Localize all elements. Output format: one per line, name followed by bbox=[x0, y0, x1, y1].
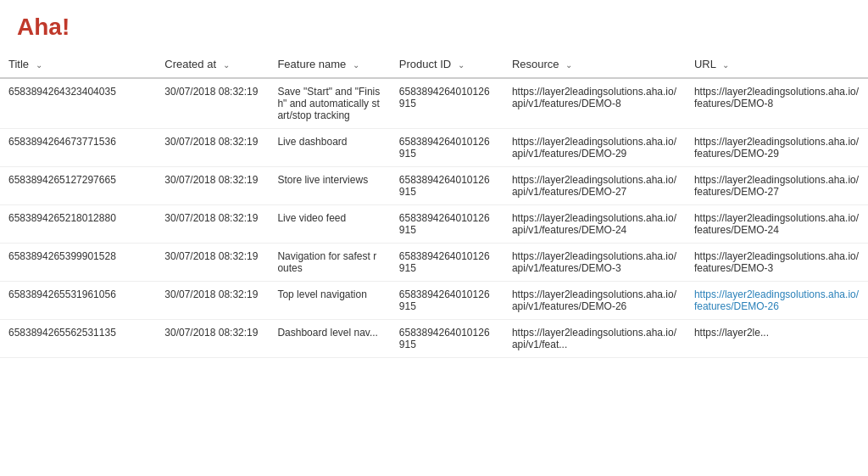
cell-product_id: 6583894264010126915 bbox=[391, 167, 504, 205]
cell-title: 6583894265218012880 bbox=[0, 205, 156, 244]
cell-created_at: 30/07/2018 08:32:19 bbox=[156, 78, 269, 129]
sort-icon-title: ⌄ bbox=[36, 60, 42, 70]
cell-title: 6583894265399901528 bbox=[0, 244, 156, 282]
cell-product_id: 6583894264010126915 bbox=[391, 282, 504, 320]
cell-feature_name: Navigation for safest routes bbox=[269, 244, 390, 282]
table-header-row: Title ⌄ Created at ⌄ Feature name ⌄ Prod… bbox=[0, 51, 868, 78]
cell-resource: https://layer2leadingsolutions.aha.io/ap… bbox=[504, 129, 686, 167]
cell-product_id: 6583894264010126915 bbox=[391, 320, 504, 358]
cell-resource: https://layer2leadingsolutions.aha.io/ap… bbox=[504, 320, 686, 358]
table-row: 658389426556253113530/07/2018 08:32:19Da… bbox=[0, 320, 868, 358]
sort-icon-url: ⌄ bbox=[722, 60, 729, 70]
sort-icon-product: ⌄ bbox=[458, 60, 465, 70]
table-row: 658389426539990152830/07/2018 08:32:19Na… bbox=[0, 244, 868, 282]
cell-created_at: 30/07/2018 08:32:19 bbox=[156, 244, 269, 282]
cell-feature_name: Live video feed bbox=[269, 205, 390, 244]
cell-feature_name: Store live interviews bbox=[269, 167, 390, 205]
cell-resource: https://layer2leadingsolutions.aha.io/ap… bbox=[504, 244, 686, 282]
table-row: 658389426521801288030/07/2018 08:32:19Li… bbox=[0, 205, 868, 244]
cell-created_at: 30/07/2018 08:32:19 bbox=[156, 129, 269, 167]
col-header-resource[interactable]: Resource ⌄ bbox=[504, 51, 686, 78]
table-row: 658389426553196105630/07/2018 08:32:19To… bbox=[0, 282, 868, 320]
cell-url: https://layer2leadingsolutions.aha.io/fe… bbox=[686, 78, 868, 129]
col-header-created[interactable]: Created at ⌄ bbox=[156, 51, 269, 78]
cell-title: 6583894265562531135 bbox=[0, 320, 156, 358]
cell-resource: https://layer2leadingsolutions.aha.io/ap… bbox=[504, 205, 686, 244]
cell-resource: https://layer2leadingsolutions.aha.io/ap… bbox=[504, 78, 686, 129]
cell-title: 6583894264323404035 bbox=[0, 78, 156, 129]
data-table: Title ⌄ Created at ⌄ Feature name ⌄ Prod… bbox=[0, 51, 868, 358]
table-row: 658389426467377153630/07/2018 08:32:19Li… bbox=[0, 129, 868, 167]
cell-created_at: 30/07/2018 08:32:19 bbox=[156, 320, 269, 358]
app-title: Aha! bbox=[0, 0, 868, 51]
cell-resource: https://layer2leadingsolutions.aha.io/ap… bbox=[504, 167, 686, 205]
sort-icon-feature: ⌄ bbox=[353, 60, 359, 70]
cell-created_at: 30/07/2018 08:32:19 bbox=[156, 205, 269, 244]
cell-product_id: 6583894264010126915 bbox=[391, 244, 504, 282]
cell-url: https://layer2leadingsolutions.aha.io/fe… bbox=[686, 129, 868, 167]
cell-title: 6583894265531961056 bbox=[0, 282, 156, 320]
cell-url: https://layer2le... bbox=[686, 320, 868, 358]
cell-title: 6583894265127297665 bbox=[0, 167, 156, 205]
cell-url: https://layer2leadingsolutions.aha.io/fe… bbox=[686, 167, 868, 205]
cell-product_id: 6583894264010126915 bbox=[391, 205, 504, 244]
cell-url[interactable]: https://layer2leadingsolutions.aha.io/fe… bbox=[686, 282, 868, 320]
sort-icon-resource: ⌄ bbox=[565, 60, 572, 70]
table-row: 658389426512729766530/07/2018 08:32:19St… bbox=[0, 167, 868, 205]
col-header-feature[interactable]: Feature name ⌄ bbox=[269, 51, 390, 78]
cell-url: https://layer2leadingsolutions.aha.io/fe… bbox=[686, 205, 868, 244]
col-header-title[interactable]: Title ⌄ bbox=[0, 51, 156, 78]
cell-created_at: 30/07/2018 08:32:19 bbox=[156, 167, 269, 205]
cell-url: https://layer2leadingsolutions.aha.io/fe… bbox=[686, 244, 868, 282]
col-header-url[interactable]: URL ⌄ bbox=[686, 51, 868, 78]
cell-title: 6583894264673771536 bbox=[0, 129, 156, 167]
table-row: 658389426432340403530/07/2018 08:32:19Sa… bbox=[0, 78, 868, 129]
cell-product_id: 6583894264010126915 bbox=[391, 129, 504, 167]
cell-feature_name: Save "Start" and "Finish" and automatica… bbox=[269, 78, 390, 129]
cell-created_at: 30/07/2018 08:32:19 bbox=[156, 282, 269, 320]
cell-product_id: 6583894264010126915 bbox=[391, 78, 504, 129]
cell-feature_name: Top level navigation bbox=[269, 282, 390, 320]
cell-feature_name: Dashboard level nav... bbox=[269, 320, 390, 358]
link-url[interactable]: https://layer2leadingsolutions.aha.io/fe… bbox=[694, 288, 859, 312]
cell-feature_name: Live dashboard bbox=[269, 129, 390, 167]
sort-icon-created: ⌄ bbox=[223, 60, 230, 70]
col-header-product[interactable]: Product ID ⌄ bbox=[391, 51, 504, 78]
cell-resource: https://layer2leadingsolutions.aha.io/ap… bbox=[504, 282, 686, 320]
